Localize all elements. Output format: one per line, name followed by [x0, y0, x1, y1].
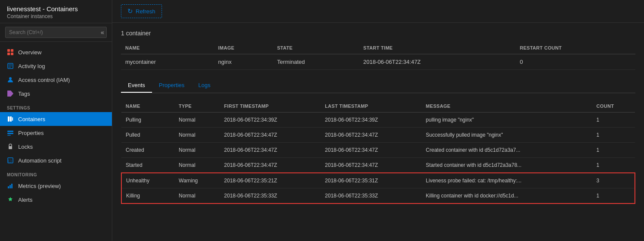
event-cell-2: 2018-06-06T22:34:47Z — [220, 128, 321, 143]
event-cell-4: Started container with id d5c1d72a3a78..… — [422, 158, 592, 173]
event-cell-0: Started — [121, 158, 174, 173]
container-restart-count: 0 — [515, 54, 635, 70]
event-cell-4: Created container with id d5c1d72a3a7... — [422, 143, 592, 158]
event-cell-1: Normal — [174, 158, 220, 173]
alerts-icon — [7, 196, 14, 203]
table-row[interactable]: KillingNormal2018-06-06T22:35:33Z2018-06… — [121, 188, 635, 204]
svg-rect-16 — [9, 146, 12, 149]
event-cell-5: 1 — [592, 143, 635, 158]
event-cell-4: Successfully pulled image "nginx" — [422, 128, 592, 143]
event-cell-2: 2018-06-06T22:35:33Z — [220, 188, 321, 204]
svg-text:{ }: { } — [8, 159, 12, 163]
properties-icon — [7, 129, 14, 136]
sidebar-item-locks[interactable]: Locks — [0, 140, 112, 153]
event-cell-3: 2018-06-06T22:35:33Z — [320, 188, 422, 204]
tab-events[interactable]: Events — [121, 78, 152, 93]
svg-rect-12 — [12, 117, 13, 121]
col-image: IMAGE — [214, 42, 273, 54]
sidebar-item-containers-label: Containers — [18, 116, 45, 122]
container-state: Terminated — [273, 54, 359, 70]
containers-table-wrapper: NAME IMAGE STATE START TIME RESTART COUN… — [121, 42, 635, 70]
detail-tabs: Events Properties Logs — [121, 78, 635, 93]
event-cell-3: 2018-06-06T22:34:47Z — [320, 143, 422, 158]
event-cell-2: 2018-06-06T22:34:39Z — [220, 113, 321, 128]
table-row[interactable]: PulledNormal2018-06-06T22:34:47Z2018-06-… — [121, 128, 635, 143]
refresh-button[interactable]: ↻ Refresh — [121, 4, 162, 18]
sidebar-item-iam-label: Access control (IAM) — [18, 77, 70, 83]
container-count: 1 container — [121, 30, 635, 37]
sidebar-item-iam[interactable]: Access control (IAM) — [0, 73, 112, 87]
events-table-wrapper: NAME TYPE FIRST TIMESTAMP LAST TIMESTAMP… — [121, 100, 635, 204]
svg-rect-14 — [7, 133, 13, 134]
event-cell-1: Normal — [174, 113, 220, 128]
event-col-first-ts: FIRST TIMESTAMP — [220, 100, 321, 113]
event-cell-2: 2018-06-06T22:35:21Z — [220, 173, 321, 188]
event-cell-1: Normal — [174, 143, 220, 158]
monitoring-section-label: MONITORING — [0, 167, 112, 179]
sidebar: livenesstest - Containers Container inst… — [0, 0, 112, 241]
sidebar-item-containers[interactable]: Containers — [0, 112, 112, 126]
sidebar-item-activity-log-label: Activity log — [18, 63, 45, 69]
event-cell-3: 2018-06-06T22:34:39Z — [320, 113, 422, 128]
event-col-name: NAME — [121, 100, 174, 113]
container-name: mycontainer — [121, 54, 214, 70]
table-row[interactable]: mycontainer nginx Terminated 2018-06-06T… — [121, 54, 635, 70]
sidebar-item-alerts-label: Alerts — [18, 197, 32, 203]
sidebar-item-metrics-label: Metrics (preview) — [18, 183, 61, 189]
search-bar: « — [0, 23, 112, 42]
sidebar-item-automation-script[interactable]: { } Automation script — [0, 153, 112, 167]
refresh-label: Refresh — [136, 8, 155, 15]
svg-rect-15 — [7, 135, 11, 136]
search-input[interactable] — [5, 27, 107, 38]
sidebar-item-overview[interactable]: Overview — [0, 45, 112, 59]
sidebar-item-properties[interactable]: Properties — [0, 126, 112, 140]
table-row[interactable]: StartedNormal2018-06-06T22:34:47Z2018-06… — [121, 158, 635, 173]
event-cell-1: Warning — [174, 173, 220, 188]
svg-rect-19 — [8, 186, 9, 188]
app-title: livenesstest - Containers — [7, 5, 105, 13]
table-row[interactable]: UnhealthyWarning2018-06-06T22:35:21Z2018… — [121, 173, 635, 188]
col-start-time: START TIME — [359, 42, 515, 54]
event-cell-2: 2018-06-06T22:34:47Z — [220, 143, 321, 158]
svg-point-8 — [9, 77, 12, 80]
sidebar-item-metrics[interactable]: Metrics (preview) — [0, 179, 112, 193]
event-cell-4: Killing container with id docker://d5c1d… — [422, 188, 592, 204]
locks-icon — [7, 143, 14, 150]
toolbar: ↻ Refresh — [112, 0, 644, 23]
event-col-message: MESSAGE — [422, 100, 592, 113]
event-cell-0: Unhealthy — [121, 173, 174, 188]
tab-properties[interactable]: Properties — [152, 78, 191, 93]
svg-rect-20 — [10, 185, 11, 188]
svg-rect-1 — [11, 49, 13, 52]
refresh-icon: ↻ — [127, 7, 133, 15]
table-row[interactable]: CreatedNormal2018-06-06T22:34:47Z2018-06… — [121, 143, 635, 158]
event-cell-5: 1 — [592, 158, 635, 173]
col-state: STATE — [273, 42, 359, 54]
svg-rect-10 — [8, 116, 10, 122]
containers-table-header: NAME IMAGE STATE START TIME RESTART COUN… — [121, 42, 635, 54]
sidebar-item-alerts[interactable]: Alerts — [0, 193, 112, 207]
automation-icon: { } — [7, 157, 14, 164]
event-cell-3: 2018-06-06T22:34:47Z — [320, 128, 422, 143]
sidebar-nav: Overview Activity log Access control (IA… — [0, 42, 112, 241]
container-start-time: 2018-06-06T22:34:47Z — [359, 54, 515, 70]
sidebar-item-properties-label: Properties — [18, 130, 44, 136]
table-row[interactable]: PullingNormal2018-06-06T22:34:39Z2018-06… — [121, 113, 635, 128]
containers-icon — [7, 116, 14, 122]
sidebar-item-activity-log[interactable]: Activity log — [0, 59, 112, 73]
settings-section-label: SETTINGS — [0, 100, 112, 112]
sidebar-item-tags[interactable]: Tags — [0, 87, 112, 100]
col-name: NAME — [121, 42, 214, 54]
event-cell-4: Liveness probe failed: cat: /tmp/healthy… — [422, 173, 592, 188]
collapse-button[interactable]: « — [98, 28, 107, 37]
app-subtitle: Container instances — [7, 13, 105, 19]
content-area: 1 container NAME IMAGE STATE START TIME … — [112, 23, 644, 241]
sidebar-item-locks-label: Locks — [18, 144, 33, 150]
event-cell-0: Pulling — [121, 113, 174, 128]
event-cell-0: Created — [121, 143, 174, 158]
sidebar-item-overview-label: Overview — [18, 49, 41, 56]
svg-marker-9 — [7, 91, 13, 97]
sidebar-header: livenesstest - Containers Container inst… — [0, 0, 112, 23]
tab-logs[interactable]: Logs — [191, 78, 217, 93]
event-cell-1: Normal — [174, 128, 220, 143]
